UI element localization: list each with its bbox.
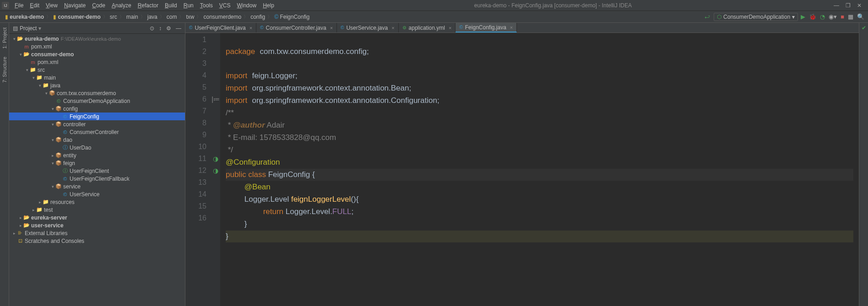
run-icon[interactable]: ▶ — [801, 13, 805, 20]
tree-node[interactable]: ▸📂eureka-server — [9, 214, 185, 221]
menu-tools[interactable]: Tools — [197, 1, 216, 10]
editor-tab[interactable]: ⚙application.yml× — [399, 23, 456, 32]
line-gutter[interactable]: 12345678910111213141516 — [185, 33, 211, 306]
menu-refactor[interactable]: Refactor — [135, 1, 161, 10]
menu-vcs[interactable]: VCS — [217, 1, 233, 10]
run-config-selector[interactable]: ⬡ ConsumerDemoApplication ▾ — [714, 13, 798, 21]
run-gutter-icon[interactable]: ◑ — [211, 165, 220, 177]
breadcrumb-sep: 〉 — [141, 14, 145, 20]
run-gutter-icon[interactable]: ◑ — [211, 153, 220, 165]
menu-analyze[interactable]: Analyze — [109, 1, 134, 10]
tree-node[interactable]: ▾📦dao — [9, 136, 185, 144]
crumb-item[interactable]: ▮ consumer-demo — [52, 14, 102, 20]
project-header-chevron-icon[interactable]: ▤ — [13, 25, 18, 32]
inspection-ok-icon[interactable]: ✔ — [862, 25, 866, 31]
code-editor[interactable]: package com.txw.consumerdemo.config; imp… — [220, 33, 859, 306]
menu-build[interactable]: Build — [162, 1, 180, 10]
stop-icon[interactable]: ■ — [841, 13, 844, 20]
project-tool-button[interactable]: 1: Project — [2, 26, 7, 50]
debug-icon[interactable]: 🐞 — [809, 13, 816, 20]
close-icon[interactable]: × — [510, 25, 513, 30]
tree-node[interactable]: ©ConsumerController — [9, 128, 185, 136]
editor-tabs: ©UserFeignClient.java×©ConsumerControlle… — [185, 23, 859, 33]
hide-icon[interactable]: — — [176, 25, 181, 32]
menu-edit[interactable]: Edit — [27, 1, 42, 10]
tree-node[interactable]: ©UserService — [9, 190, 185, 198]
tree-node[interactable]: ▾📦config — [9, 105, 185, 113]
project-tree[interactable]: ▾📂eureka-demoF:\IDEAWork\eureka-demompom… — [9, 34, 185, 306]
tree-node[interactable]: ▸📁test — [9, 206, 185, 214]
close-icon[interactable]: ✕ — [857, 2, 862, 9]
tree-node[interactable]: ©UserFeignClientFallback — [9, 175, 185, 183]
tree-node[interactable]: ▾📦feign — [9, 159, 185, 167]
tree-node[interactable]: ▸📁resources — [9, 198, 185, 206]
layout-icon[interactable]: ▦ — [848, 13, 853, 20]
menu-run[interactable]: Run — [181, 1, 196, 10]
coverage-icon[interactable]: ◔ — [820, 13, 825, 20]
tree-node[interactable]: ▾📦controller — [9, 120, 185, 128]
menu-navigate[interactable]: Navigate — [61, 1, 88, 10]
editor-tab[interactable]: ©UserFeignClient.java× — [185, 23, 256, 32]
menu-help[interactable]: Help — [260, 1, 277, 10]
editor-tab[interactable]: ©UserService.java× — [337, 23, 399, 32]
tree-node[interactable]: ©ConsumerDemoApplication — [9, 97, 185, 105]
tree-node[interactable]: ⊡Scratches and Consoles — [9, 237, 185, 245]
tree-node[interactable]: ▾📂consumer-demo — [9, 50, 185, 58]
tree-node[interactable]: ⒾUserDao — [9, 144, 185, 151]
project-tool-window: ▤ Project ▾ ⊙ ↕ ⚙ — ▾📂eureka-demoF:\IDEA… — [9, 23, 185, 306]
tree-node[interactable]: mpom.xml — [9, 43, 185, 50]
title-bar: IJ FileEditViewNavigateCodeAnalyzeRefact… — [0, 0, 868, 11]
tree-node[interactable]: ▾📦service — [9, 183, 185, 190]
tree-node[interactable]: mpom.xml — [9, 58, 185, 66]
crumb-item[interactable]: src — [108, 14, 119, 20]
gutter-icons: |≔ ◑ ◑ — [211, 33, 220, 306]
spring-icon: ⬡ — [717, 14, 722, 20]
crumb-item[interactable]: java — [146, 14, 159, 20]
close-icon[interactable]: × — [391, 25, 394, 31]
editor-tab[interactable]: ©FeignConfig.java× — [456, 23, 517, 32]
editor-tab[interactable]: ©ConsumerController.java× — [256, 23, 337, 32]
tree-node[interactable]: ▸📦entity — [9, 151, 185, 159]
close-icon[interactable]: × — [330, 25, 333, 31]
tree-node[interactable]: ▾📁java — [9, 81, 185, 89]
breadcrumb-sep: 〉 — [267, 14, 272, 20]
crumb-item[interactable]: consumerdemo — [202, 14, 243, 20]
breadcrumb: ▮ eureka-demo〉▮ consumer-demo〉src〉main〉j… — [4, 14, 311, 20]
build-icon[interactable]: ⮐ — [705, 14, 710, 20]
project-header-title: Project — [20, 25, 37, 32]
tree-node[interactable]: ©FeignConfig — [9, 113, 185, 120]
main-menu: FileEditViewNavigateCodeAnalyzeRefactorB… — [12, 1, 277, 10]
menu-file[interactable]: File — [12, 1, 26, 10]
breadcrumb-sep: 〉 — [179, 14, 184, 20]
profile-icon[interactable]: ◉▾ — [829, 13, 837, 20]
expand-all-icon[interactable]: ↕ — [159, 25, 162, 32]
crumb-item[interactable]: txw — [184, 14, 195, 20]
breadcrumb-sep: 〉 — [119, 14, 124, 20]
close-icon[interactable]: × — [250, 25, 252, 31]
tree-node[interactable]: ▾📦com.txw.consumerdemo — [9, 89, 185, 97]
crumb-item[interactable]: ▮ eureka-demo — [4, 14, 45, 20]
minimize-icon[interactable]: — — [834, 2, 839, 9]
tree-node[interactable]: ▾📂eureka-demoF:\IDEAWork\eureka-demo — [9, 35, 185, 43]
tree-node[interactable]: ▸⊪External Libraries — [9, 229, 185, 237]
chevron-down-icon[interactable]: ▾ — [38, 25, 41, 32]
select-opened-file-icon[interactable]: ⊙ — [150, 25, 154, 32]
crumb-item[interactable]: com — [165, 14, 179, 20]
search-icon[interactable]: 🔍 — [857, 13, 864, 20]
menu-code[interactable]: Code — [89, 1, 108, 10]
menu-view[interactable]: View — [43, 1, 60, 10]
menu-window[interactable]: Window — [234, 1, 259, 10]
crumb-item[interactable]: © FeignConfig — [273, 14, 311, 20]
crumb-item[interactable]: main — [125, 14, 140, 20]
crumb-item[interactable]: config — [249, 14, 266, 20]
left-tool-strip: 1: Project 7: Structure — [0, 23, 9, 306]
maximize-icon[interactable]: ❐ — [846, 2, 851, 9]
tree-node[interactable]: ▾📁main — [9, 74, 185, 81]
gear-icon[interactable]: ⚙ — [166, 25, 171, 32]
tree-node[interactable]: ▸📂user-service — [9, 221, 185, 229]
close-icon[interactable]: × — [449, 25, 451, 31]
tree-node[interactable]: ▾📁src — [9, 66, 185, 74]
structure-tool-button[interactable]: 7: Structure — [2, 55, 7, 85]
tree-node[interactable]: ⒾUserFeignClient — [9, 167, 185, 175]
editor-area: ©UserFeignClient.java×©ConsumerControlle… — [185, 23, 859, 306]
